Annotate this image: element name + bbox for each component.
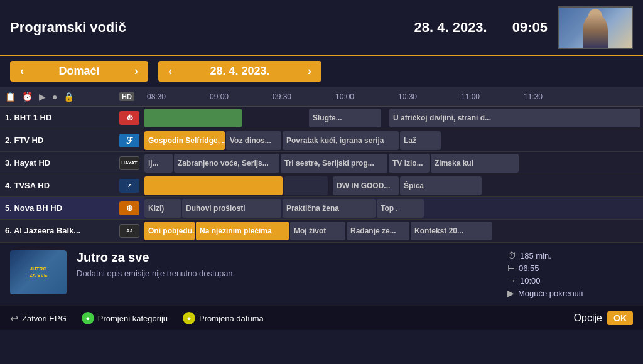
program-block[interactable]: Kizi) (144, 199, 181, 218)
back-label: Zatvori EPG (22, 314, 67, 323)
category-selector[interactable]: ‹ Domaći › (10, 61, 148, 82)
clock-icon: ⏱ (507, 250, 516, 260)
program-title: Jutro za sve (77, 250, 497, 265)
meta-duration-row: ⏱ 185 min. (507, 250, 551, 260)
program-block[interactable]: TV Izlo... (389, 154, 430, 173)
program-block[interactable]: Top . (377, 199, 424, 218)
program-thumbnail: JUTROZA SVE (10, 250, 67, 294)
program-block[interactable]: Tri sestre, Serijski prog... (281, 154, 387, 173)
channel-row-nova[interactable]: 5. Nova BH HD ⊕ (0, 197, 144, 220)
category-next-arrow[interactable]: › (134, 65, 138, 78)
program-block[interactable]: Kontekst 20... (411, 222, 492, 240)
hd-badge: HD (119, 92, 134, 101)
date-next-arrow[interactable]: › (308, 65, 311, 78)
channel-row-hayat[interactable]: 3. Hayat HD HAYAT (0, 152, 144, 174)
program-block[interactable]: Na njezinim plećima (196, 222, 289, 240)
header-date: 28. 4. 2023. (414, 19, 487, 36)
footer-right: Opcije OK (574, 311, 633, 325)
options-label: Opcije (574, 313, 602, 324)
program-block[interactable] (284, 176, 328, 195)
program-block[interactable]: Voz dinos... (226, 131, 281, 150)
green-dot-icon: ● (82, 312, 94, 324)
end-time-icon: → (507, 276, 516, 286)
record-icon: 📋 (5, 92, 16, 102)
yellow-dot-icon: ● (183, 312, 195, 324)
channel-row-alj[interactable]: 6. Al Jazeera Balk... AJ (0, 220, 144, 242)
program-block[interactable]: Laž (400, 131, 441, 150)
channel-row-bht1[interactable]: 1. BHT 1 HD ⏻ (0, 107, 144, 129)
program-meta: ⏱ 185 min. ⊢ 06:55 → 10:00 ▶ Moguće pokr… (507, 250, 633, 298)
time-marker-3: 10:00 (333, 92, 354, 101)
program-row-ftv: Gospodin Selfridge, ... Voz dinos... Pov… (144, 129, 643, 152)
program-row-tvsa: DW IN GOOD... Špica (144, 174, 643, 197)
program-block[interactable]: Povratak kući, igrana serija (283, 131, 399, 150)
channel-icon-tvsa: ↗ (119, 179, 139, 193)
channel-name-nova: 5. Nova BH HD (5, 203, 116, 213)
back-icon: ↩ (10, 313, 18, 324)
ok-button[interactable]: OK (607, 311, 633, 325)
channel-icon-nova: ⊕ (119, 201, 139, 215)
program-block[interactable]: Oni pobjedu... (144, 222, 195, 240)
date-label: 28. 4. 2023. (210, 65, 269, 78)
program-block[interactable]: Zabranjeno voće, Serijs... (174, 154, 279, 173)
program-block[interactable]: Moj život (290, 222, 345, 240)
meta-start-row: ⊢ 06:55 (507, 263, 539, 273)
green-label: Promjeni kategoriju (98, 314, 168, 323)
channel-row-tvsa[interactable]: 4. TVSA HD ↗ (0, 174, 144, 197)
program-block[interactable]: Špica (400, 176, 482, 195)
program-block[interactable]: Gospodin Selfridge, ... (144, 131, 225, 150)
controls-row: ‹ Domaći › ‹ 28. 4. 2023. › (0, 56, 643, 87)
footer: ↩ Zatvori EPG ● Promjeni kategoriju ● Pr… (0, 306, 643, 330)
program-block[interactable]: ij... (144, 154, 173, 173)
lock-icon: 🔒 (63, 92, 74, 102)
meta-end-row: → 10:00 (507, 276, 541, 286)
date-selector[interactable]: ‹ 28. 4. 2023. › (158, 61, 322, 82)
channel-icon-hayat: HAYAT (119, 156, 139, 170)
program-block[interactable]: Rađanje ze... (347, 222, 409, 240)
category-prev-arrow[interactable]: ‹ (20, 65, 24, 78)
program-block[interactable]: U afričkoj divljini, strani d... (389, 109, 640, 127)
channel-icon-alj: AJ (119, 224, 139, 238)
program-info: Jutro za sve Dodatni opis emisije nije t… (77, 250, 497, 298)
start-time-icon: ⊢ (507, 263, 515, 273)
dot-icon: ● (52, 92, 57, 102)
channel-icon-ftv: ℱ (119, 134, 139, 147)
timeline-header: 08:30 09:00 09:30 10:00 10:30 11:00 11:3… (144, 87, 643, 107)
program-block[interactable] (144, 176, 283, 195)
program-block[interactable]: Duhovi prošlosti (182, 199, 281, 218)
play-icon: ▶ (39, 92, 46, 102)
channel-name-hayat: 3. Hayat HD (5, 158, 116, 168)
channel-icon-bht1: ⏻ (119, 111, 139, 125)
program-block[interactable]: Praktična žena (283, 199, 376, 218)
program-block[interactable]: DW IN GOOD... (333, 176, 399, 195)
program-row-nova: Kizi) Duhovi prošlosti Praktična žena To… (144, 197, 643, 220)
timeline-area: 08:30 09:00 09:30 10:00 10:30 11:00 11:3… (144, 87, 643, 242)
channel-name-alj: 6. Al Jazeera Balk... (5, 226, 116, 235)
alarm-icon: ⏰ (22, 92, 33, 102)
program-row-bht1: Slugte... U afričkoj divljini, strani d.… (144, 107, 643, 129)
date-prev-arrow[interactable]: ‹ (168, 65, 172, 78)
time-marker-2: 09:30 (270, 92, 291, 101)
back-btn[interactable]: ↩ Zatvori EPG (10, 313, 67, 324)
program-row-hayat: ij... Zabranjeno voće, Serijs... Tri ses… (144, 152, 643, 174)
meta-start-time: 06:55 (519, 264, 539, 273)
meta-can-run: Moguće pokrenuti (518, 289, 583, 298)
time-marker-0: 08:30 (144, 92, 166, 101)
time-marker-4: 10:30 (396, 92, 417, 101)
meta-end-time: 10:00 (520, 276, 541, 286)
program-block[interactable]: Slugte... (309, 109, 381, 127)
header: Programski vodič 28. 4. 2023. 09:05 (0, 0, 643, 56)
time-marker-6: 11:30 (521, 92, 543, 101)
yellow-btn[interactable]: ● Promjena datuma (183, 312, 264, 324)
channel-list: 📋 ⏰ ▶ ● 🔒 HD 1. BHT 1 HD ⏻ 2. FTV HD ℱ 3… (0, 87, 144, 242)
page-title: Programski vodič (10, 19, 414, 36)
yellow-label: Promjena datuma (199, 314, 264, 323)
program-block[interactable] (144, 109, 242, 127)
green-btn[interactable]: ● Promjeni kategoriju (82, 312, 168, 324)
play-meta-icon: ▶ (507, 288, 514, 298)
epg-grid: 📋 ⏰ ▶ ● 🔒 HD 1. BHT 1 HD ⏻ 2. FTV HD ℱ 3… (0, 87, 643, 242)
program-block[interactable]: Zimska kul (431, 154, 519, 173)
meta-duration: 185 min. (520, 251, 551, 260)
channel-row-ftv[interactable]: 2. FTV HD ℱ (0, 129, 144, 152)
meta-run-row: ▶ Moguće pokrenuti (507, 288, 583, 298)
